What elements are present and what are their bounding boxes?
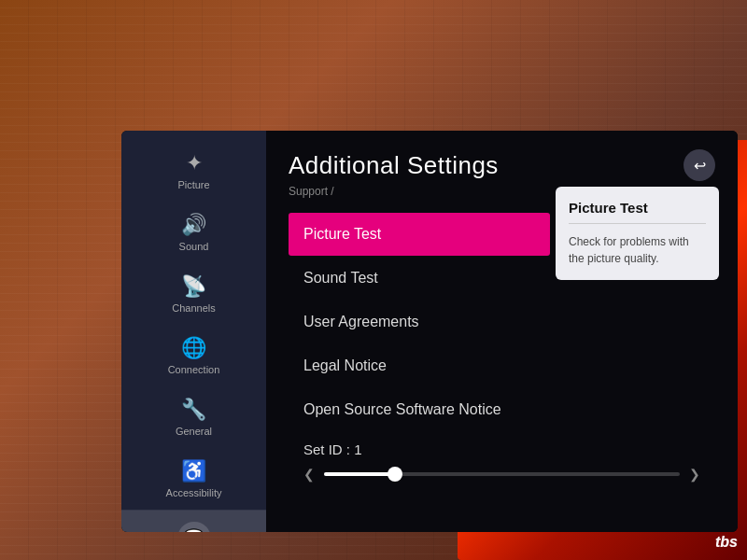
slider-container: ❮ ❯ — [303, 467, 700, 482]
sidebar-label-sound: Sound — [179, 241, 209, 252]
sidebar-item-sound[interactable]: 🔊 Sound — [121, 202, 266, 263]
slider-left-arrow[interactable]: ❮ — [303, 467, 315, 482]
sidebar-label-connection: Connection — [168, 364, 220, 375]
sidebar-label-general: General — [176, 426, 212, 437]
support-icon: 💬 — [182, 527, 205, 532]
page-title: Additional Settings — [289, 151, 499, 180]
slider-label: Set ID : 1 — [303, 441, 700, 457]
menu-item-sound-test[interactable]: Sound Test — [289, 257, 550, 300]
sidebar-label-channels: Channels — [172, 302, 215, 314]
menu-item-open-source[interactable]: Open Source Software Notice — [289, 388, 550, 431]
info-panel: Picture Test Check for problems with the… — [556, 187, 719, 280]
sidebar-label-picture: Picture — [177, 179, 209, 190]
main-content: Additional Settings ↩ Support / Picture … — [266, 131, 738, 532]
sidebar-item-channels[interactable]: 📡 Channels — [121, 263, 266, 325]
info-panel-divider — [569, 223, 706, 224]
menu-list: Picture Test Sound Test User Agreements … — [289, 213, 550, 431]
support-icon-circle: 💬 — [177, 522, 211, 532]
channels-icon: 📡 — [181, 274, 206, 299]
slider-row: Set ID : 1 ❮ ❯ — [289, 432, 715, 491]
menu-item-legal-notice[interactable]: Legal Notice — [289, 344, 550, 387]
connection-icon: 🌐 — [181, 336, 206, 360]
sidebar: ✦ Picture 🔊 Sound 📡 Channels 🌐 Connectio… — [121, 131, 266, 532]
tv-frame: ✦ Picture 🔊 Sound 📡 Channels 🌐 Connectio… — [121, 131, 738, 532]
accessibility-icon: ♿ — [181, 459, 206, 483]
info-panel-description: Check for problems with the picture qual… — [569, 233, 706, 267]
sidebar-item-general[interactable]: 🔧 General — [121, 386, 266, 448]
ui-overlay: ✦ Picture 🔊 Sound 📡 Channels 🌐 Connectio… — [121, 131, 738, 532]
slider-track[interactable] — [324, 472, 680, 476]
general-icon: 🔧 — [181, 398, 206, 422]
back-button[interactable]: ↩ — [684, 149, 715, 181]
menu-item-picture-test[interactable]: Picture Test — [289, 213, 550, 256]
sidebar-item-picture[interactable]: ✦ Picture — [121, 140, 266, 202]
sidebar-item-support[interactable]: 💬 Support — [121, 511, 266, 532]
page-header: Additional Settings ↩ — [289, 149, 715, 181]
sidebar-item-connection[interactable]: 🌐 Connection — [121, 325, 266, 386]
picture-icon: ✦ — [186, 151, 203, 175]
slider-right-arrow[interactable]: ❯ — [689, 467, 700, 482]
sidebar-item-accessibility[interactable]: ♿ Accessibility — [121, 448, 266, 510]
info-panel-title: Picture Test — [569, 200, 706, 216]
slider-fill — [324, 472, 395, 476]
slider-thumb — [388, 467, 402, 482]
menu-item-user-agreements[interactable]: User Agreements — [289, 301, 550, 343]
sidebar-bottom: 💬 Support — [121, 510, 266, 532]
sidebar-label-accessibility: Accessibility — [166, 487, 222, 498]
tbs-label: tbs — [715, 534, 738, 551]
sound-icon: 🔊 — [181, 213, 206, 237]
